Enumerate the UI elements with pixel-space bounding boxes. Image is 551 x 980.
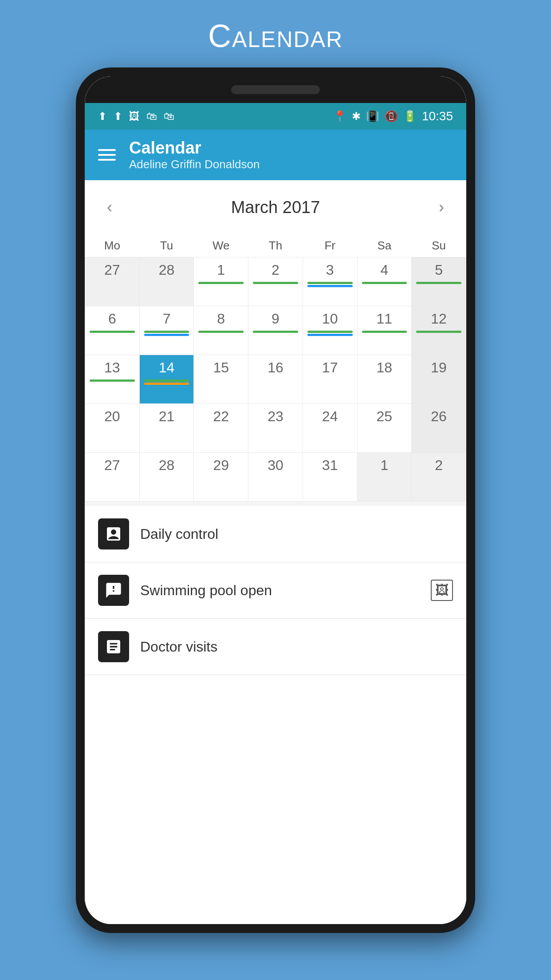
- hamburger-line2: [98, 154, 116, 156]
- doctor-visits-label: Doctor visits: [140, 639, 453, 655]
- event-indicator: [416, 282, 461, 284]
- calendar-day[interactable]: 30: [248, 453, 303, 502]
- calendar-day[interactable]: 24: [303, 404, 357, 453]
- calendar-day[interactable]: 21: [139, 404, 194, 453]
- calendar-day[interactable]: 8: [194, 306, 248, 355]
- day-number: 16: [251, 360, 300, 376]
- calendar-day[interactable]: 11: [357, 306, 412, 355]
- daily-control-icon-box: [98, 518, 129, 549]
- calendar-day[interactable]: 9: [248, 306, 303, 355]
- calendar-day[interactable]: 25: [357, 404, 412, 453]
- day-number: 4: [360, 262, 409, 278]
- doctor-visits-icon-box: [98, 631, 129, 662]
- header-mo: Mo: [85, 234, 140, 257]
- upload1-icon: ⬆: [98, 110, 107, 122]
- calendar-day[interactable]: 27: [85, 257, 140, 306]
- swimming-pool-label: Swimming pool open: [140, 582, 420, 599]
- calendar-day[interactable]: 28: [139, 453, 194, 502]
- hamburger-menu[interactable]: [98, 149, 116, 161]
- swimming-pool-icon-box: [98, 575, 129, 606]
- vibrate-icon: 📳: [366, 110, 379, 122]
- calendar-day[interactable]: 10: [303, 306, 357, 355]
- day-number: 7: [142, 311, 192, 327]
- event-doctor-visits[interactable]: Doctor visits: [85, 619, 466, 675]
- calendar-day[interactable]: 17: [303, 355, 357, 404]
- event-indicator: [362, 331, 407, 333]
- day-headers-row: Mo Tu We Th Fr Sa Su: [85, 234, 466, 257]
- day-number: 11: [360, 311, 409, 327]
- calendar-day[interactable]: 27: [85, 453, 140, 502]
- phone-notch: [85, 76, 466, 103]
- event-indicator: [362, 282, 407, 284]
- event-indicator: [307, 282, 353, 284]
- day-number: 27: [87, 262, 137, 278]
- app-subtitle: Adeline Griffin Donaldson: [129, 158, 453, 171]
- month-title: March 2017: [231, 198, 320, 217]
- calendar-day[interactable]: 2: [248, 257, 303, 306]
- calendar-day[interactable]: 14: [139, 355, 194, 404]
- calendar-section: ‹ March 2017 › Mo Tu We Th Fr Sa Su: [85, 180, 466, 502]
- events-list: Daily control Swimming pool open 🖼 Doct: [85, 506, 466, 924]
- header-sa: Sa: [357, 234, 412, 257]
- event-daily-control[interactable]: Daily control: [85, 506, 466, 562]
- calendar-day[interactable]: 2: [412, 453, 466, 502]
- day-number: 13: [87, 360, 137, 376]
- calendar-day[interactable]: 19: [412, 355, 466, 404]
- calendar-day[interactable]: 3: [303, 257, 357, 306]
- calendar-day[interactable]: 4: [357, 257, 412, 306]
- calendar-day[interactable]: 26: [412, 404, 466, 453]
- status-icons-left: ⬆ ⬆ 🖼 🛍 🛍: [98, 110, 174, 122]
- calendar-day[interactable]: 20: [85, 404, 140, 453]
- calendar-day[interactable]: 6: [85, 306, 140, 355]
- speaker: [231, 85, 320, 94]
- calendar-day[interactable]: 13: [85, 355, 140, 404]
- calendar-week-1: 6789101112: [85, 306, 466, 355]
- event-indicator: [144, 331, 189, 333]
- calendar-grid: Mo Tu We Th Fr Sa Su 2728123456789101112…: [85, 234, 466, 502]
- hamburger-line1: [98, 149, 116, 151]
- day-number: 9: [251, 311, 300, 327]
- day-number: 3: [305, 262, 355, 278]
- calendar-week-4: 272829303112: [85, 453, 466, 502]
- day-number: 28: [142, 457, 192, 474]
- calendar-day[interactable]: 18: [357, 355, 412, 404]
- calendar-day[interactable]: 1: [357, 453, 412, 502]
- event-swimming-pool[interactable]: Swimming pool open 🖼: [85, 562, 466, 619]
- day-number: 17: [305, 360, 355, 376]
- calendar-day[interactable]: 31: [303, 453, 357, 502]
- calendar-day[interactable]: 12: [412, 306, 466, 355]
- status-time: 10:35: [422, 109, 453, 123]
- phone-frame: ⬆ ⬆ 🖼 🛍 🛍 📍 ✱ 📳 📵 🔋 10:35: [76, 67, 475, 933]
- calendar-day[interactable]: 1: [194, 257, 248, 306]
- hamburger-line3: [98, 159, 116, 161]
- calendar-day[interactable]: 5: [412, 257, 466, 306]
- bluetooth-icon: ✱: [352, 110, 361, 122]
- header-tu: Tu: [139, 234, 194, 257]
- next-month-button[interactable]: ›: [434, 194, 449, 221]
- calendar-day[interactable]: 16: [248, 355, 303, 404]
- calendar-day[interactable]: 7: [139, 306, 194, 355]
- day-number: 15: [196, 360, 246, 376]
- day-number: 6: [87, 311, 137, 327]
- calendar-day[interactable]: 28: [139, 257, 194, 306]
- day-number: 25: [360, 408, 409, 425]
- month-nav: ‹ March 2017 ›: [85, 180, 466, 234]
- calendar-day[interactable]: 22: [194, 404, 248, 453]
- prev-month-button[interactable]: ‹: [102, 194, 117, 221]
- app-title: Calendar: [129, 138, 453, 158]
- day-number: 21: [142, 408, 192, 425]
- header-su: Su: [412, 234, 466, 257]
- event-indicator: [307, 334, 353, 336]
- calendar-day[interactable]: 29: [194, 453, 248, 502]
- day-number: 23: [251, 408, 300, 425]
- calendar-day[interactable]: 23: [248, 404, 303, 453]
- day-number: 10: [305, 311, 355, 327]
- calendar-day[interactable]: 15: [194, 355, 248, 404]
- event-indicator: [90, 379, 135, 382]
- day-number: 24: [305, 408, 355, 425]
- day-number: 20: [87, 408, 137, 425]
- day-number: 29: [196, 457, 246, 474]
- day-number: 14: [142, 360, 192, 376]
- event-indicator: [144, 379, 189, 382]
- image-preview-icon[interactable]: 🖼: [431, 580, 453, 601]
